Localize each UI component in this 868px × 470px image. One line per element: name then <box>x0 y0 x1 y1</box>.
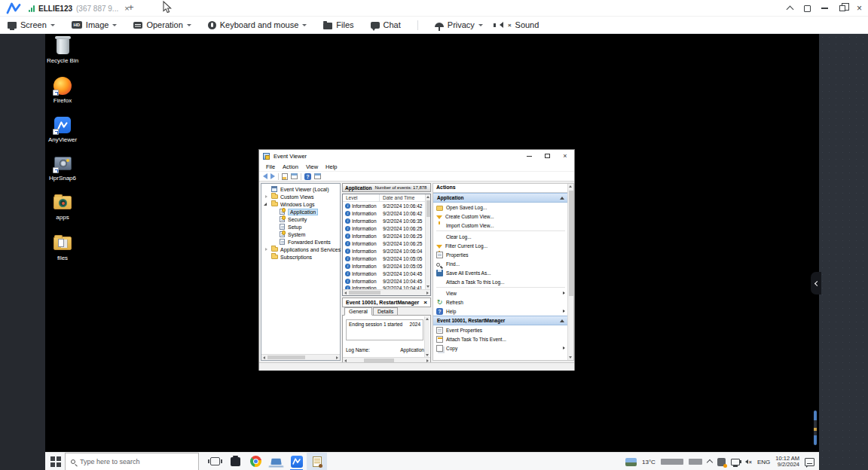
clock[interactable]: 10:12 AM9/2/2024 <box>775 456 799 468</box>
taskbar-app-event-viewer[interactable] <box>307 453 327 470</box>
privacy-menu[interactable]: Privacy <box>435 20 483 29</box>
screen-menu[interactable]: Screen <box>8 20 55 29</box>
task-view-button[interactable] <box>205 453 225 470</box>
ev-maximize-button[interactable] <box>538 150 556 162</box>
collapse-toolbar-button[interactable] <box>781 0 799 17</box>
fullscreen-button[interactable] <box>799 0 816 17</box>
taskbar-app-anyviewer[interactable] <box>286 453 307 470</box>
notification-tray-icon[interactable] <box>717 458 726 466</box>
files-button[interactable]: Files <box>323 20 353 29</box>
preview-vertical-scrollbar[interactable] <box>424 316 429 358</box>
expand-icon[interactable] <box>265 195 267 198</box>
event-row[interactable]: Information9/2/2024 10:04:45 <box>343 277 426 285</box>
event-row[interactable]: Information9/2/2024 10:06:25 <box>343 240 426 247</box>
list-horizontal-scrollbar[interactable] <box>343 289 430 295</box>
tree-item-forwarded-events[interactable]: Forwarded Events <box>261 238 340 246</box>
expand-icon[interactable] <box>265 248 267 251</box>
taskbar-app-chrome[interactable] <box>246 453 266 470</box>
keyboard-mouse-menu[interactable]: Keyboard and mouse <box>208 20 307 29</box>
console-tree-icon[interactable] <box>282 173 288 180</box>
action-view[interactable]: View <box>433 288 568 298</box>
tree-item-windows-logs[interactable]: Windows Logs <box>261 200 340 208</box>
tree-item-system[interactable]: System <box>261 230 340 238</box>
event-viewer-titlebar[interactable]: Event Viewer × <box>259 150 574 162</box>
temperature-label[interactable]: 13°C <box>642 459 656 465</box>
action-help[interactable]: ?Help <box>433 307 568 316</box>
action-copy[interactable]: Copy <box>433 343 568 352</box>
chat-button[interactable]: Chat <box>371 20 401 29</box>
action-pane-icon[interactable] <box>314 173 321 179</box>
ev-minimize-button[interactable] <box>520 150 538 162</box>
taskbar-app-store[interactable] <box>225 453 246 470</box>
back-icon[interactable] <box>263 173 267 179</box>
collapse-icon[interactable] <box>264 203 267 206</box>
minimize-button[interactable] <box>816 0 833 17</box>
event-description-box[interactable]: Ending session 1 started 2024 <box>346 319 423 340</box>
event-row[interactable]: Information9/2/2024 10:05:05 <box>343 255 426 262</box>
actions-vertical-scrollbar[interactable] <box>567 184 573 360</box>
tree-item-root[interactable]: Event Viewer (Local) <box>261 185 340 193</box>
tree-horizontal-scrollbar[interactable] <box>261 354 340 360</box>
desktop-icon-firefox[interactable]: Firefox <box>45 76 80 112</box>
tree-item-subscriptions[interactable]: Subscriptions <box>261 253 340 261</box>
close-button[interactable]: × <box>851 0 868 17</box>
menu-action[interactable]: Action <box>279 163 302 170</box>
action-clear-log[interactable]: Clear Log... <box>433 232 568 241</box>
event-row[interactable]: Information9/2/2024 10:04:45 <box>343 270 426 277</box>
actions-section-event[interactable]: Event 10001, RestartManager <box>433 316 568 325</box>
action-attach-task-log[interactable]: Attach a Task To this Log... <box>433 277 568 286</box>
desktop-icon-hprsnap[interactable]: HprSnap6 <box>45 154 80 190</box>
action-properties[interactable]: Properties <box>433 250 568 259</box>
preview-close-icon[interactable]: × <box>423 299 427 306</box>
desktop-icon-anyviewer[interactable]: AnyViewer <box>45 115 80 151</box>
action-filter-current-log[interactable]: Filter Current Log... <box>433 241 568 250</box>
side-panel-toggle[interactable] <box>811 272 821 295</box>
tree-item-security[interactable]: Security <box>261 215 340 223</box>
event-row[interactable]: Information9/2/2024 10:06:42 <box>343 209 426 217</box>
taskbar-app-pc[interactable] <box>266 453 286 470</box>
remote-session-tab[interactable]: ELLIE123 (367 887 9... × <box>23 0 136 17</box>
menu-help[interactable]: Help <box>322 163 341 170</box>
event-row[interactable]: Information9/2/2024 10:05:05 <box>343 262 426 270</box>
event-row[interactable]: Information9/2/2024 10:06:25 <box>343 232 426 240</box>
edge-scroll-indicator[interactable] <box>814 410 817 445</box>
action-create-custom-view[interactable]: Create Custom View... <box>433 212 568 221</box>
menu-file[interactable]: File <box>262 163 279 170</box>
column-level[interactable]: Level <box>343 194 380 202</box>
hidden-icons-chevron[interactable] <box>707 459 713 465</box>
event-row[interactable]: Information9/2/2024 10:06:35 <box>343 217 426 224</box>
taskbar-search[interactable] <box>65 453 199 470</box>
tree-item-setup[interactable]: Setup <box>261 223 340 230</box>
tree-item-apps-services-logs[interactable]: Applications and Services Lo <box>261 246 340 253</box>
properties-window-icon[interactable] <box>291 173 298 179</box>
event-row[interactable]: Information9/2/2024 10:06:04 <box>343 247 426 255</box>
action-open-saved-log[interactable]: Open Saved Log... <box>433 203 568 212</box>
network-icon[interactable] <box>731 459 740 465</box>
desktop-icon-apps[interactable]: apps <box>45 193 80 229</box>
sound-button[interactable]: ×Sound <box>500 20 539 29</box>
new-tab-button[interactable]: + <box>128 2 134 13</box>
actions-section-application[interactable]: Application <box>433 193 568 203</box>
desktop-icon-files[interactable]: files <box>45 233 80 270</box>
menu-view[interactable]: View <box>302 163 322 170</box>
event-row[interactable]: Information9/2/2024 10:06:25 <box>343 224 426 232</box>
action-center-icon[interactable] <box>805 458 815 466</box>
operation-menu[interactable]: Operation <box>133 20 191 29</box>
desktop-icon-recycle-bin[interactable]: Recycle Bin <box>45 36 80 72</box>
volume-muted-icon[interactable]: × <box>745 459 752 465</box>
event-row[interactable]: Information9/2/2024 10:06:42 <box>343 202 426 209</box>
action-import-custom-view[interactable]: Import Custom View... <box>433 221 568 230</box>
action-save-all-events[interactable]: Save All Events As... <box>433 268 568 277</box>
search-input[interactable] <box>80 458 178 465</box>
column-datetime[interactable]: Date and Time <box>380 194 426 202</box>
tree-item-application[interactable]: Application <box>261 208 340 215</box>
action-find[interactable]: Find... <box>433 259 568 268</box>
action-attach-task-event[interactable]: Attach Task To This Event... <box>433 334 568 343</box>
language-indicator[interactable]: ENG <box>757 459 770 465</box>
tab-general[interactable]: General <box>344 307 372 316</box>
weather-icon[interactable] <box>625 458 637 466</box>
ev-close-button[interactable]: × <box>556 150 574 162</box>
restore-button[interactable] <box>833 0 851 17</box>
action-event-properties[interactable]: Event Properties <box>433 325 568 334</box>
image-menu[interactable]: HDImage <box>72 20 118 29</box>
